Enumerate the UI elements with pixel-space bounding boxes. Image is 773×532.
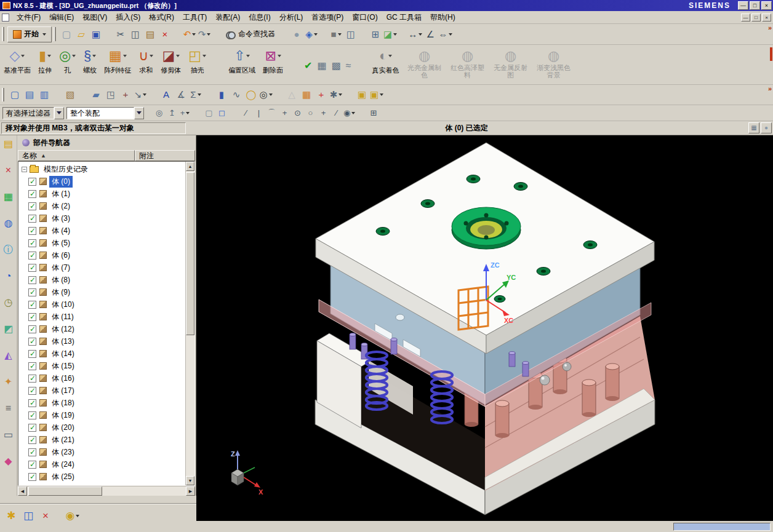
scrollbar-thumb[interactable] [28, 486, 102, 496]
intersection-snap-icon[interactable]: + [278, 106, 291, 119]
toolbar-overflow-icon[interactable]: » [768, 85, 772, 92]
sigma-grid-icon[interactable]: Σ [188, 87, 203, 102]
checkbox-icon[interactable] [28, 399, 36, 407]
scroll-down-icon[interactable]: ▼ [186, 476, 194, 485]
scrollbar-thumb[interactable] [186, 172, 194, 335]
column-header-note[interactable]: 附注 [135, 150, 195, 161]
extrude-button[interactable]: ▮ 拉伸 [34, 46, 55, 83]
checkbox-icon[interactable] [28, 473, 36, 481]
menu-window[interactable]: 窗口(O) [348, 11, 382, 23]
tree-item[interactable]: 体 (25) [18, 470, 185, 483]
save-icon[interactable]: ▣ [89, 27, 103, 42]
new-file-icon[interactable]: ▢ [59, 27, 74, 42]
scroll-left-icon[interactable]: ◀ [18, 486, 27, 496]
tree-item[interactable]: 体 (24) [18, 458, 185, 470]
tangent-snap-icon[interactable]: ∕ [330, 106, 343, 119]
customize-gears-icon[interactable]: ◉ [64, 508, 81, 524]
line-snap-icon[interactable]: ∕ [239, 106, 252, 119]
process-studio-icon[interactable]: ◭ [1, 348, 16, 363]
tree-item[interactable]: 体 (4) [18, 224, 185, 237]
star-new-icon[interactable]: ✱ [2, 508, 20, 524]
command-finder-button[interactable]: 命令查找器 [222, 27, 279, 42]
checkbox-icon[interactable] [28, 424, 36, 432]
spiral-icon[interactable]: ◎ [258, 87, 273, 102]
tree-item[interactable]: 体 (6) [18, 249, 185, 261]
table-icon[interactable]: ▦ [299, 87, 314, 102]
assembly-navigator-icon[interactable]: ▤ [1, 137, 16, 151]
shell-button[interactable]: ◰ 抽壳 [185, 46, 210, 83]
plus-red-icon[interactable]: + [314, 87, 329, 102]
tree-item[interactable]: 体 (1) [18, 188, 185, 200]
toolbar-grip[interactable] [54, 27, 56, 41]
cascade-windows-icon[interactable]: ◫ [20, 508, 37, 524]
selection-filter-dropdown[interactable]: 有选择过滤器 [2, 107, 64, 119]
tree-item[interactable]: 体 (9) [18, 286, 185, 298]
toolbar-overflow-icon[interactable]: » [768, 24, 772, 31]
checkbox-icon[interactable] [28, 436, 36, 444]
checkbox-icon[interactable] [28, 362, 36, 370]
horizontal-scrollbar[interactable]: ◀ ▶ [18, 486, 195, 496]
component-box2-icon[interactable]: ▣ [369, 87, 384, 102]
system-materials-icon[interactable]: ◩ [1, 322, 16, 336]
pick-top-icon[interactable]: ↥ [166, 106, 178, 119]
checkbox-icon[interactable] [28, 178, 36, 186]
measure-distance-icon[interactable]: ↔ [407, 27, 423, 42]
hd3d-tool-icon[interactable]: ⓘ [1, 242, 16, 257]
menu-view[interactable]: 视图(V) [78, 11, 111, 23]
tree-item[interactable]: 体 (19) [18, 409, 185, 421]
circle-snap-icon[interactable]: ○ [304, 106, 317, 119]
checkbox-icon[interactable] [28, 190, 36, 198]
reuse-library-icon[interactable]: ◍ [1, 216, 16, 231]
menu-tools[interactable]: 工具(T) [178, 11, 211, 23]
chevron-down-icon[interactable] [134, 107, 144, 119]
menu-analysis[interactable]: 分析(L) [275, 11, 308, 23]
menu-assemblies[interactable]: 装配(A) [211, 11, 244, 23]
machining-wizard-icon[interactable]: ✦ [1, 375, 16, 389]
tree-item[interactable]: 体 (8) [18, 274, 185, 286]
expander-icon[interactable] [22, 167, 27, 172]
menu-format[interactable]: 格式(R) [145, 11, 178, 23]
minimize-button[interactable]: — [738, 1, 748, 10]
chevron-down-icon[interactable] [54, 107, 64, 119]
toolbar-grip[interactable] [2, 88, 4, 101]
selection-sphere-icon[interactable]: ● [289, 27, 304, 42]
tree-item[interactable]: 体 (3) [18, 212, 185, 224]
tree-item[interactable]: 体 (15) [18, 360, 185, 372]
checkbox-icon[interactable] [28, 227, 36, 235]
hole-button[interactable]: ◎ 孔 [55, 46, 79, 83]
no-reflection-button[interactable]: ◍ 无金属反射图 [489, 46, 532, 83]
undo-icon[interactable]: ↶ [182, 27, 197, 42]
crop-icon[interactable]: ◳ [103, 87, 118, 102]
selection-scope-dropdown[interactable]: 整个装配 [66, 107, 144, 119]
visualization-scene-icon[interactable]: ◆ [1, 454, 16, 469]
start-button[interactable]: 开始 [7, 26, 52, 42]
sphere-snap-icon[interactable]: ◉ [343, 106, 356, 119]
open-folder-icon[interactable]: ▱ [74, 27, 89, 42]
toolbar-overflow-bar[interactable] [770, 47, 772, 61]
checkbox-icon[interactable] [28, 252, 36, 260]
paste-icon[interactable]: ▤ [143, 27, 158, 42]
tree-item[interactable]: 体 (17) [18, 384, 185, 397]
checkbox-icon[interactable] [28, 276, 36, 284]
touch-panel-icon[interactable]: ▭ [1, 427, 16, 442]
checkbox-icon[interactable] [28, 313, 36, 321]
endpoint-snap-icon[interactable]: | [252, 106, 265, 119]
center-snap-icon[interactable]: ⊙ [291, 106, 304, 119]
tree-item[interactable]: 体 (2) [18, 200, 185, 212]
swap-layout-icon[interactable]: × [37, 508, 54, 524]
menu-edit[interactable]: 编辑(E) [45, 11, 78, 23]
checkbox-icon[interactable] [28, 461, 36, 469]
redo-icon[interactable]: ↷ [197, 27, 212, 42]
component-box-icon[interactable]: ▣ [354, 87, 369, 102]
ejector-spring[interactable] [431, 371, 452, 423]
tree-item[interactable]: 体 (16) [18, 372, 185, 384]
quick-dimension-icon[interactable]: ↘ [133, 87, 148, 102]
ball-bar-icon[interactable]: ● [761, 122, 772, 133]
layer-settings-icon[interactable]: ▤ [22, 87, 37, 102]
datum-small-icon[interactable]: + [118, 87, 133, 102]
scroll-up-icon[interactable]: ▲ [186, 162, 194, 171]
menu-file[interactable]: 文件(F) [12, 11, 45, 23]
offset-region-button[interactable]: ⇧ 偏置区域 [225, 46, 259, 83]
delete-icon[interactable]: × [158, 27, 172, 42]
web-browser-icon[interactable]: ◔ [1, 269, 16, 284]
